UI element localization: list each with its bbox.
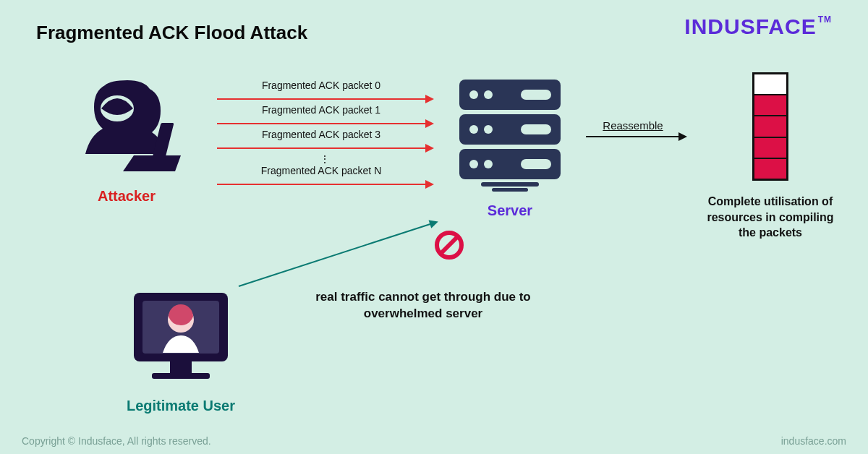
svg-point-11: [484, 125, 493, 134]
bar-segment-fill: [754, 158, 786, 179]
packet-arrows: Fragmented ACK packet 0 Fragmented ACK p…: [217, 80, 434, 189]
packet-row-0: Fragmented ACK packet 0: [217, 80, 434, 104]
site-url: indusface.com: [781, 435, 846, 447]
arrow-icon: [217, 184, 427, 185]
packet-row-1: Fragmented ACK packet 1: [217, 104, 434, 129]
hacker-icon: [65, 72, 188, 181]
server-icon: [452, 72, 568, 195]
packet-label: Fragmented ACK packet 3: [217, 129, 425, 140]
blocked-text: real traffic cannot get through due to o…: [304, 289, 542, 322]
arrow-icon: [217, 123, 427, 124]
packet-label: Fragmented ACK packet 1: [217, 104, 425, 116]
attacker-node: Attacker: [61, 72, 192, 205]
svg-rect-15: [521, 159, 551, 169]
brand-tm: TM: [818, 14, 832, 25]
svg-line-22: [441, 236, 458, 254]
attacker-label: Attacker: [61, 188, 192, 205]
svg-rect-19: [170, 361, 192, 374]
packet-row-n: Fragmented ACK packet N: [217, 165, 434, 189]
svg-rect-5: [481, 182, 539, 187]
svg-point-10: [469, 125, 478, 134]
arrow-icon: [217, 147, 427, 149]
user-label: Legitimate User: [123, 398, 239, 414]
server-label: Server: [448, 202, 571, 219]
copyright-text: Copyright © Indusface, All rights reserv…: [22, 435, 211, 447]
brand-logo: INDUSFACETM: [684, 14, 832, 39]
reassemble-arrow: Reassemble: [586, 119, 680, 137]
no-entry-icon: [434, 230, 464, 263]
svg-point-14: [484, 160, 493, 168]
bar-segment-empty: [754, 74, 786, 94]
svg-rect-6: [492, 188, 528, 192]
arrow-icon: [586, 136, 680, 137]
bar-segment-fill: [754, 137, 786, 158]
diagram-title: Fragmented ACK Flood Attack: [36, 22, 307, 44]
vdots-icon: ⋮: [217, 153, 434, 165]
legitimate-user-node: Legitimate User: [123, 289, 239, 414]
packet-row-3: Fragmented ACK packet 3: [217, 129, 434, 153]
resource-bar-icon: [752, 72, 788, 181]
brand-text: INDUSFACE: [684, 14, 816, 38]
server-node: Server: [448, 72, 571, 219]
svg-rect-20: [152, 373, 210, 379]
arrow-icon: [217, 98, 427, 100]
reassemble-label: Reassemble: [586, 119, 680, 132]
bar-segment-fill: [754, 94, 786, 115]
bar-segment-fill: [754, 115, 786, 136]
resources-label: Complete utilisation of resources in com…: [698, 194, 843, 241]
svg-rect-12: [521, 124, 551, 134]
svg-point-8: [484, 90, 493, 99]
packet-label: Fragmented ACK packet 0: [217, 80, 425, 91]
svg-rect-9: [521, 90, 551, 100]
svg-point-7: [469, 90, 478, 99]
blocked-arrow-icon: [239, 223, 432, 287]
monitor-icon: [127, 289, 235, 390]
packet-label: Fragmented ACK packet N: [217, 165, 425, 176]
resource-utilisation: Complete utilisation of resources in com…: [698, 72, 843, 241]
svg-point-13: [469, 160, 478, 168]
